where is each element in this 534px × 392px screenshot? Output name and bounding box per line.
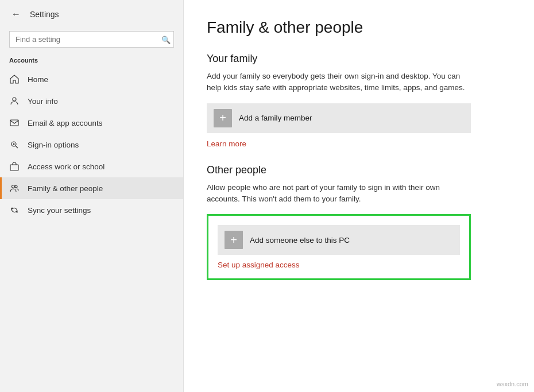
sidebar: ← Settings 🔍 Accounts HomeYour infoEmail… [0, 0, 184, 392]
access-work-school-icon [9, 161, 20, 172]
svg-rect-3 [10, 165, 18, 170]
sidebar-item-access-work-school[interactable]: Access work or school [0, 156, 183, 177]
sidebar-item-label-sync-your-settings: Sync your settings [28, 206, 91, 215]
sidebar-item-label-home: Home [28, 75, 48, 84]
add-someone-button[interactable]: + Add someone else to this PC [218, 225, 460, 255]
sign-in-options-icon [9, 139, 20, 150]
page-title: Family & other people [207, 18, 511, 37]
sidebar-item-email-app-accounts[interactable]: Email & app accounts [0, 112, 183, 134]
main-content: Family & other people Your family Add yo… [184, 0, 534, 392]
email-app-accounts-icon [9, 118, 20, 128]
back-button[interactable]: ← [9, 7, 23, 22]
other-people-description: Allow people who are not part of your fa… [207, 182, 471, 205]
search-input[interactable] [9, 31, 174, 48]
nav-list: HomeYour infoEmail & app accountsSign-in… [0, 68, 183, 221]
accounts-section-label: Accounts [0, 55, 183, 68]
add-family-member-button[interactable]: + Add a family member [207, 103, 471, 133]
sidebar-header: ← Settings [0, 0, 183, 26]
search-icon: 🔍 [161, 35, 171, 44]
other-people-section: Other people Allow people who are not pa… [207, 164, 511, 281]
svg-rect-1 [10, 120, 18, 126]
sidebar-item-label-email-app-accounts: Email & app accounts [28, 119, 103, 127]
other-people-title: Other people [207, 164, 511, 176]
add-someone-label: Add someone else to this PC [250, 236, 350, 244]
sidebar-item-family-other-people[interactable]: Family & other people [0, 177, 183, 199]
add-family-plus-icon: + [214, 109, 232, 127]
watermark: wsxdn.com [497, 381, 528, 387]
sidebar-item-label-sign-in-options: Sign-in options [28, 141, 79, 149]
learn-more-link[interactable]: Learn more [207, 139, 246, 148]
sidebar-item-home[interactable]: Home [0, 68, 183, 90]
family-other-people-icon [9, 183, 20, 193]
add-family-member-label: Add a family member [239, 114, 312, 122]
sidebar-item-sign-in-options[interactable]: Sign-in options [0, 134, 183, 156]
svg-point-2 [13, 143, 15, 145]
settings-title: Settings [30, 10, 59, 19]
your-info-icon [9, 96, 20, 106]
sidebar-item-label-access-work-school: Access work or school [28, 162, 105, 171]
sidebar-item-sync-your-settings[interactable]: Sync your settings [0, 199, 183, 221]
your-family-title: Your family [207, 53, 511, 65]
sync-your-settings-icon [9, 205, 20, 215]
set-up-assigned-access-link[interactable]: Set up assigned access [218, 261, 300, 269]
highlighted-actions-box: + Add someone else to this PC Set up ass… [207, 214, 471, 280]
sidebar-item-label-family-other-people: Family & other people [28, 184, 103, 193]
svg-point-5 [15, 185, 17, 188]
add-someone-plus-icon: + [225, 231, 243, 249]
svg-point-4 [12, 185, 15, 188]
sidebar-item-your-info[interactable]: Your info [0, 90, 183, 112]
back-icon: ← [11, 9, 21, 20]
your-family-description: Add your family so everybody gets their … [207, 71, 471, 94]
svg-point-0 [13, 98, 16, 101]
search-box-container: 🔍 [9, 31, 174, 48]
home-icon [9, 74, 20, 84]
search-icon-button[interactable]: 🔍 [161, 35, 171, 44]
sidebar-item-label-your-info: Your info [28, 97, 58, 106]
your-family-section: Your family Add your family so everybody… [207, 53, 511, 164]
